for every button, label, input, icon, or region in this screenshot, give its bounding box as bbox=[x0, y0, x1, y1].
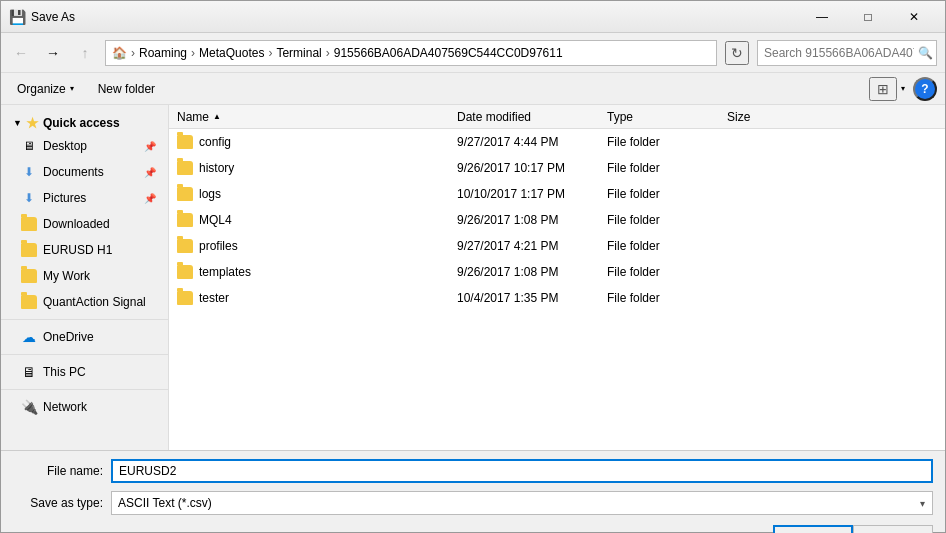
folder-icon bbox=[177, 213, 193, 227]
view-dropdown-icon[interactable]: ▾ bbox=[901, 84, 905, 93]
folder-icon bbox=[177, 291, 193, 305]
sidebar-divider-3 bbox=[1, 389, 168, 390]
thispc-icon: 🖥 bbox=[21, 364, 37, 380]
savetype-select[interactable]: ASCII Text (*.csv) bbox=[111, 491, 933, 515]
folder-icon-quantaction bbox=[21, 294, 37, 310]
breadcrumb-separator-2: › bbox=[191, 46, 195, 60]
table-row[interactable]: logs 10/10/2017 1:17 PM File folder bbox=[169, 181, 945, 207]
table-row[interactable]: MQL4 9/26/2017 1:08 PM File folder bbox=[169, 207, 945, 233]
folder-icon-eurusd bbox=[21, 242, 37, 258]
file-type-profiles: File folder bbox=[599, 239, 719, 253]
navigation-toolbar: ← → ↑ 🏠 › Roaming › MetaQuotes › Termina… bbox=[1, 33, 945, 73]
pictures-icon: ⬇ bbox=[21, 190, 37, 206]
filename-input[interactable] bbox=[111, 459, 933, 483]
sidebar-item-documents[interactable]: ⬇ Documents 📌 bbox=[1, 159, 168, 185]
sidebar-item-desktop[interactable]: 🖥 Desktop 📌 bbox=[1, 133, 168, 159]
file-name-mql4: MQL4 bbox=[169, 213, 449, 227]
column-date[interactable]: Date modified bbox=[449, 110, 599, 124]
back-button[interactable]: ← bbox=[9, 41, 33, 65]
action-buttons: Save ↖ Cancel bbox=[773, 525, 933, 533]
sidebar-item-thispc[interactable]: 🖥 This PC bbox=[1, 359, 168, 385]
refresh-button[interactable]: ↻ bbox=[725, 41, 749, 65]
breadcrumb-up-icon: 🏠 bbox=[112, 46, 127, 60]
cancel-button[interactable]: Cancel bbox=[853, 525, 933, 533]
pin-icon-desktop: 📌 bbox=[144, 141, 156, 152]
table-row[interactable]: profiles 9/27/2017 4:21 PM File folder bbox=[169, 233, 945, 259]
dialog-title: Save As bbox=[31, 10, 799, 24]
sidebar-divider-2 bbox=[1, 354, 168, 355]
sidebar: ▼ ★ Quick access 🖥 Desktop 📌 ⬇ Documents… bbox=[1, 105, 169, 450]
file-name-templates: templates bbox=[169, 265, 449, 279]
forward-button[interactable]: → bbox=[41, 41, 65, 65]
file-date-profiles: 9/27/2017 4:21 PM bbox=[449, 239, 599, 253]
quick-access-arrow: ▼ bbox=[13, 118, 22, 128]
file-name-logs: logs bbox=[169, 187, 449, 201]
sidebar-item-mywork[interactable]: My Work bbox=[1, 263, 168, 289]
sidebar-item-onedrive[interactable]: ☁ OneDrive bbox=[1, 324, 168, 350]
new-folder-label: New folder bbox=[98, 82, 155, 96]
minimize-button[interactable]: — bbox=[799, 1, 845, 33]
sidebar-divider-1 bbox=[1, 319, 168, 320]
file-type-mql4: File folder bbox=[599, 213, 719, 227]
hide-folders-button[interactable]: ▲ Hide Folders bbox=[13, 525, 111, 533]
file-name-config: config bbox=[169, 135, 449, 149]
new-folder-button[interactable]: New folder bbox=[90, 77, 163, 101]
close-button[interactable]: ✕ bbox=[891, 1, 937, 33]
sidebar-item-pictures[interactable]: ⬇ Pictures 📌 bbox=[1, 185, 168, 211]
help-label: ? bbox=[921, 82, 928, 96]
breadcrumb-hash[interactable]: 915566BA06ADA407569C544CC0D97611 bbox=[334, 46, 563, 60]
file-area: Name ▲ Date modified Type Size config bbox=[169, 105, 945, 450]
column-type[interactable]: Type bbox=[599, 110, 719, 124]
table-row[interactable]: config 9/27/2017 4:44 PM File folder bbox=[169, 129, 945, 155]
documents-icon: ⬇ bbox=[21, 164, 37, 180]
file-name-tester: tester bbox=[169, 291, 449, 305]
folder-icon-downloaded bbox=[21, 216, 37, 232]
column-size[interactable]: Size bbox=[719, 110, 945, 124]
file-date-config: 9/27/2017 4:44 PM bbox=[449, 135, 599, 149]
organize-label: Organize bbox=[17, 82, 66, 96]
up-button[interactable]: ↑ bbox=[73, 41, 97, 65]
search-input[interactable] bbox=[764, 46, 914, 60]
table-row[interactable]: templates 9/26/2017 1:08 PM File folder bbox=[169, 259, 945, 285]
organize-button[interactable]: Organize ▾ bbox=[9, 77, 82, 101]
sidebar-item-network[interactable]: 🔌 Network bbox=[1, 394, 168, 420]
table-row[interactable]: tester 10/4/2017 1:35 PM File folder bbox=[169, 285, 945, 311]
file-list-header: Name ▲ Date modified Type Size bbox=[169, 105, 945, 129]
folder-icon bbox=[177, 187, 193, 201]
sidebar-item-eurusd[interactable]: EURUSD H1 bbox=[1, 237, 168, 263]
breadcrumb-roaming[interactable]: Roaming bbox=[139, 46, 187, 60]
mywork-label: My Work bbox=[43, 269, 90, 283]
file-name-history: history bbox=[169, 161, 449, 175]
quick-access-label: Quick access bbox=[43, 116, 120, 130]
save-button[interactable]: Save ↖ bbox=[773, 525, 853, 533]
address-bar[interactable]: 🏠 › Roaming › MetaQuotes › Terminal › 91… bbox=[105, 40, 717, 66]
thispc-label: This PC bbox=[43, 365, 86, 379]
savetype-row: Save as type: ASCII Text (*.csv) bbox=[13, 491, 933, 515]
folder-icon bbox=[177, 161, 193, 175]
file-date-history: 9/26/2017 10:17 PM bbox=[449, 161, 599, 175]
folder-icon bbox=[177, 239, 193, 253]
help-button[interactable]: ? bbox=[913, 77, 937, 101]
downloaded-label: Downloaded bbox=[43, 217, 110, 231]
folder-icon bbox=[177, 265, 193, 279]
file-type-logs: File folder bbox=[599, 187, 719, 201]
sidebar-item-downloaded[interactable]: Downloaded bbox=[1, 211, 168, 237]
dialog-icon: 💾 bbox=[9, 9, 25, 25]
view-controls: ⊞ ▾ bbox=[869, 77, 905, 101]
search-box: 🔍 bbox=[757, 40, 937, 66]
view-button[interactable]: ⊞ bbox=[869, 77, 897, 101]
breadcrumb-terminal[interactable]: Terminal bbox=[276, 46, 321, 60]
file-date-tester: 10/4/2017 1:35 PM bbox=[449, 291, 599, 305]
desktop-icon: 🖥 bbox=[21, 138, 37, 154]
sidebar-item-quantaction[interactable]: QuantAction Signal bbox=[1, 289, 168, 315]
savetype-select-wrapper: ASCII Text (*.csv) bbox=[111, 491, 933, 515]
onedrive-icon: ☁ bbox=[21, 329, 37, 345]
window-controls: — □ ✕ bbox=[799, 1, 937, 33]
column-name[interactable]: Name ▲ bbox=[169, 110, 449, 124]
table-row[interactable]: history 9/26/2017 10:17 PM File folder bbox=[169, 155, 945, 181]
maximize-button[interactable]: □ bbox=[845, 1, 891, 33]
breadcrumb-metaquotes[interactable]: MetaQuotes bbox=[199, 46, 264, 60]
quick-access-header[interactable]: ▼ ★ Quick access bbox=[1, 109, 168, 133]
folder-icon-mywork bbox=[21, 268, 37, 284]
file-type-templates: File folder bbox=[599, 265, 719, 279]
